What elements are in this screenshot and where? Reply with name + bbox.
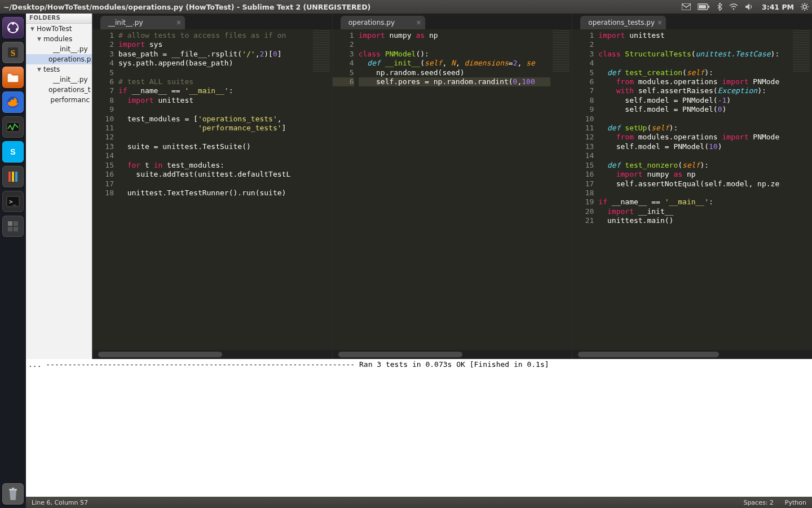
- close-icon[interactable]: ×: [657, 19, 663, 27]
- file-tab[interactable]: __init__.py×: [100, 16, 185, 29]
- sidebar-folder[interactable]: ▼tests: [26, 64, 92, 75]
- svg-rect-26: [15, 172, 17, 182]
- code-editor[interactable]: 123456import numpy as np class PNModel()…: [333, 29, 572, 350]
- line-gutter: 123456789101112131415161718: [92, 31, 118, 350]
- sidebar-file[interactable]: __init__.py: [26, 75, 92, 85]
- svg-rect-32: [14, 227, 18, 231]
- tree-label: HowToTest: [37, 25, 72, 33]
- svg-rect-3: [708, 6, 709, 8]
- minimap[interactable]: [311, 29, 332, 350]
- tree-label: tests: [43, 65, 60, 73]
- battery-icon[interactable]: [698, 3, 710, 10]
- sidebar-file[interactable]: operations.p: [26, 54, 92, 64]
- sidebar-header: FOLDERS: [26, 14, 92, 24]
- svg-point-4: [733, 8, 735, 10]
- svg-point-16: [8, 28, 10, 30]
- pencils-icon[interactable]: [2, 166, 24, 187]
- horizontal-scrollbar[interactable]: [333, 350, 572, 359]
- horizontal-scrollbar[interactable]: [572, 350, 812, 359]
- disclosure-icon[interactable]: ▼: [37, 67, 41, 72]
- skype-icon[interactable]: S: [2, 141, 24, 163]
- tree-label: __init__.py: [53, 76, 88, 84]
- svg-point-15: [12, 23, 14, 25]
- tree-label: __init__.py: [53, 45, 88, 53]
- svg-rect-33: [9, 489, 17, 491]
- window-title: ~/Desktop/HowToTest/modules/operations.p…: [3, 3, 370, 11]
- files-icon[interactable]: [2, 67, 24, 88]
- svg-line-10: [802, 4, 803, 5]
- svg-rect-25: [12, 172, 14, 182]
- code-editor[interactable]: 123456789101112131415161718192021import …: [572, 29, 812, 350]
- svg-text:>_: >_: [9, 198, 17, 205]
- sidebar-folders[interactable]: FOLDERS ▼HowToTest▼modules__init__.pyope…: [26, 14, 92, 359]
- tree-label: performanc: [51, 96, 90, 104]
- sidebar-file[interactable]: performanc: [26, 95, 92, 105]
- tab-bar[interactable]: __init__.py×: [92, 14, 332, 29]
- scrollbar-thumb[interactable]: [98, 352, 222, 357]
- disclosure-icon[interactable]: ▼: [37, 36, 41, 42]
- code-content[interactable]: import unittest class StructuralTests(un…: [598, 31, 812, 350]
- mail-icon[interactable]: [682, 3, 691, 10]
- file-tab[interactable]: operations_tests.py×: [580, 16, 666, 29]
- svg-text:S: S: [11, 49, 15, 58]
- system-monitor-icon[interactable]: [2, 116, 24, 138]
- minimap[interactable]: [791, 29, 812, 350]
- global-menubar: ~/Desktop/HowToTest/modules/operations.p…: [0, 0, 812, 14]
- tree-label: modules: [43, 35, 72, 43]
- bluetooth-icon[interactable]: [717, 3, 722, 11]
- code-content[interactable]: # allow tests to access files as if on i…: [118, 31, 332, 350]
- sidebar-file[interactable]: __init__.py: [26, 44, 92, 54]
- tab-label: __init__.py: [108, 19, 143, 27]
- svg-rect-34: [12, 488, 14, 489]
- tab-label: operations_tests.py: [588, 19, 655, 27]
- svg-rect-0: [682, 3, 691, 10]
- wifi-icon[interactable]: [729, 3, 738, 10]
- close-icon[interactable]: ×: [416, 19, 422, 27]
- svg-line-12: [802, 9, 803, 10]
- svg-point-17: [16, 28, 18, 30]
- sublime-icon[interactable]: S: [2, 42, 24, 63]
- tab-label: operations.py: [348, 19, 395, 27]
- status-bar: Line 6, Column 57 Spaces: 2 Python: [26, 497, 812, 508]
- launcher-dock: S S >_: [0, 14, 26, 508]
- svg-rect-24: [8, 172, 11, 182]
- svg-rect-30: [14, 221, 18, 226]
- horizontal-scrollbar[interactable]: [92, 350, 332, 359]
- disclosure-icon[interactable]: ▼: [30, 26, 34, 32]
- svg-line-11: [807, 9, 808, 10]
- code-content[interactable]: import numpy as np class PNModel(): def …: [359, 31, 572, 350]
- scrollbar-thumb[interactable]: [338, 352, 462, 357]
- scrollbar-thumb[interactable]: [578, 352, 719, 357]
- sidebar-file[interactable]: operations_t: [26, 85, 92, 95]
- svg-rect-31: [8, 227, 12, 231]
- build-output[interactable]: ... ------------------------------------…: [26, 359, 812, 497]
- sidebar-folder[interactable]: ▼modules: [26, 34, 92, 44]
- svg-rect-2: [699, 5, 706, 8]
- code-editor[interactable]: 123456789101112131415161718# allow tests…: [92, 29, 332, 350]
- firefox-icon[interactable]: [2, 91, 24, 113]
- editor-pane: operations.py×123456import numpy as np c…: [333, 14, 572, 359]
- trash-icon[interactable]: [2, 483, 24, 505]
- gear-icon[interactable]: [801, 3, 809, 11]
- status-cursor: Line 6, Column 57: [32, 499, 88, 506]
- svg-point-5: [803, 5, 806, 8]
- tab-bar[interactable]: operations.py×: [333, 14, 572, 29]
- editor-pane: __init__.py×123456789101112131415161718#…: [92, 14, 332, 359]
- volume-icon[interactable]: [745, 3, 754, 11]
- tree-label: operations.p: [48, 55, 91, 63]
- tab-bar[interactable]: operations_tests.py×: [572, 14, 812, 29]
- line-gutter: 123456789101112131415161718192021: [572, 31, 598, 350]
- workspace-switcher-icon[interactable]: [2, 216, 24, 237]
- dash-icon[interactable]: [2, 17, 24, 38]
- sidebar-folder[interactable]: ▼HowToTest: [26, 24, 92, 34]
- close-icon[interactable]: ×: [176, 19, 182, 27]
- tree-label: operations_t: [48, 86, 91, 94]
- status-indent[interactable]: Spaces: 2: [743, 499, 773, 506]
- svg-text:S: S: [10, 147, 15, 156]
- file-tab[interactable]: operations.py×: [341, 16, 425, 29]
- minimap[interactable]: [550, 29, 572, 350]
- clock[interactable]: 3:41 PM: [762, 3, 794, 11]
- terminal-icon[interactable]: >_: [2, 191, 24, 212]
- svg-rect-29: [8, 221, 12, 226]
- status-syntax[interactable]: Python: [785, 499, 806, 506]
